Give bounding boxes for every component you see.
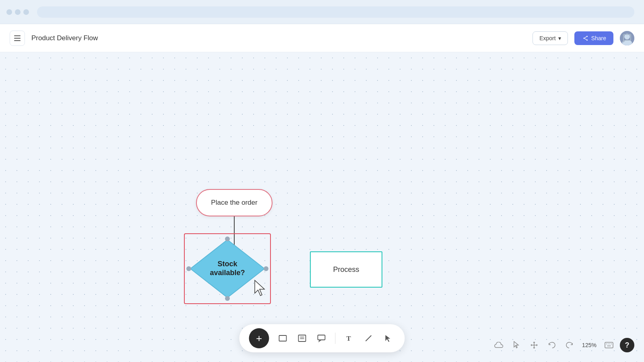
add-icon: + [256, 332, 262, 345]
place-order-label: Place the order [211, 199, 257, 207]
callout-tool[interactable] [314, 331, 329, 346]
move-icon [530, 341, 538, 349]
diagram-title: Product Delivery Flow [31, 34, 526, 42]
share-button[interactable]: Share [574, 31, 613, 45]
svg-point-0 [583, 37, 584, 39]
menu-button[interactable] [10, 31, 25, 46]
selection-border [184, 233, 271, 304]
chat-icon [622, 33, 632, 43]
maximize-dot[interactable] [23, 9, 29, 15]
callout-icon [317, 334, 326, 343]
cloud-icon-btn[interactable] [492, 338, 506, 352]
undo-icon [548, 341, 556, 349]
note-icon [298, 334, 307, 343]
share-icon [582, 35, 589, 42]
process-label: Process [333, 265, 359, 274]
rectangle-icon [279, 334, 287, 343]
place-order-node[interactable]: Place the order [196, 189, 272, 216]
help-label: ? [625, 341, 630, 350]
chevron-down-icon: ▾ [558, 35, 561, 41]
redo-btn[interactable] [563, 338, 576, 352]
handle-bottom[interactable] [225, 296, 230, 301]
url-bar[interactable] [37, 6, 634, 18]
minimize-dot[interactable] [15, 9, 21, 15]
keyboard-icon [605, 342, 613, 348]
help-button[interactable]: ? [620, 338, 634, 352]
redo-icon [566, 341, 574, 349]
text-icon: T [345, 334, 354, 343]
svg-rect-11 [279, 335, 287, 341]
stock-available-node[interactable]: Stock available? [187, 237, 268, 301]
add-button[interactable]: + ✦ [249, 328, 269, 348]
move-icon-btn[interactable] [527, 338, 541, 352]
svg-rect-15 [318, 335, 325, 340]
svg-line-3 [584, 37, 586, 38]
svg-rect-12 [299, 335, 306, 341]
diagram-canvas[interactable]: Place the order Stock available? Process [0, 52, 644, 362]
select-tool[interactable] [381, 331, 395, 346]
app-bar: Product Delivery Flow Export ▾ Share [0, 24, 644, 52]
share-label: Share [591, 35, 606, 41]
handle-left[interactable] [186, 266, 191, 271]
close-dot[interactable] [6, 9, 12, 15]
svg-line-17 [366, 335, 372, 341]
toolbar-divider-1 [335, 333, 336, 344]
svg-text:T: T [347, 335, 351, 342]
note-tool[interactable] [295, 331, 310, 346]
process-node[interactable]: Process [310, 251, 382, 288]
undo-btn[interactable] [545, 338, 559, 352]
svg-rect-18 [605, 342, 613, 348]
window-controls [6, 9, 29, 15]
export-button[interactable]: Export ▾ [533, 31, 568, 45]
text-tool[interactable]: T [342, 331, 357, 346]
handle-top[interactable] [225, 237, 230, 241]
line-tool[interactable] [361, 331, 376, 346]
chat-button[interactable] [620, 31, 634, 45]
line-icon [364, 334, 373, 343]
svg-point-2 [586, 39, 588, 41]
rectangle-tool[interactable] [276, 331, 290, 346]
cursor-icon-btn[interactable] [510, 338, 523, 352]
bottom-toolbar: + ✦ T [239, 324, 405, 352]
keyboard-icon-btn[interactable] [602, 338, 616, 352]
pointer-icon [513, 341, 520, 349]
cloud-icon [494, 342, 503, 348]
title-bar [0, 0, 644, 24]
svg-line-4 [584, 38, 586, 39]
svg-point-1 [586, 36, 588, 37]
export-label: Export [539, 35, 555, 41]
sparkle-icon: ✦ [266, 326, 271, 332]
zoom-level: 125% [580, 342, 598, 348]
hamburger-icon [14, 35, 21, 41]
handle-right[interactable] [264, 266, 268, 271]
select-icon [384, 334, 392, 343]
bottom-right-controls: 125% ? [492, 338, 634, 352]
